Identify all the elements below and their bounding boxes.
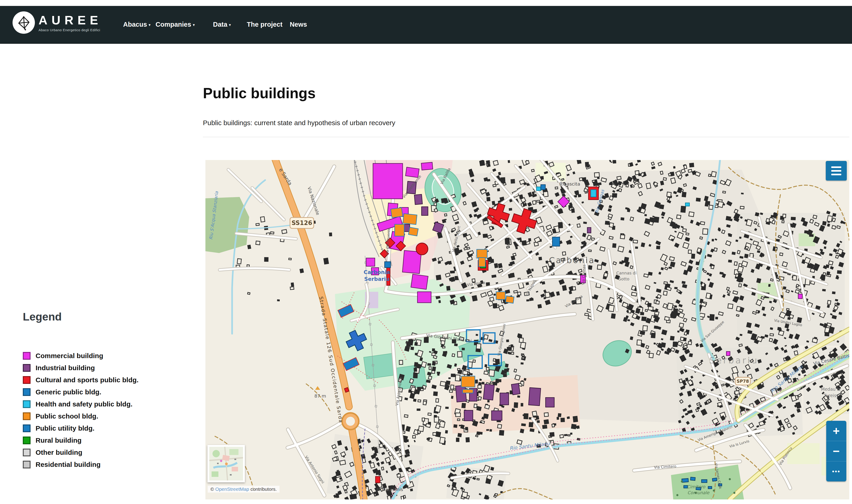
- zoom-in-button[interactable]: +: [826, 421, 846, 441]
- brand-tagline: Abaco Urbano Energetico degli Edifici: [38, 28, 102, 32]
- legend-label: Commercial building: [36, 352, 103, 360]
- legend: Legend Commercial buildingIndustrial bui…: [23, 310, 62, 350]
- map-canvas[interactable]: e SardaVia NazionaleStrada Statale 126 S…: [205, 160, 849, 500]
- legend-item: Other building: [23, 446, 139, 458]
- legend-item: Health and safety public bldg.: [23, 398, 139, 410]
- chevron-down-icon: ▾: [193, 23, 195, 27]
- road-badge: SS126: [292, 219, 312, 226]
- chevron-down-icon: ▾: [229, 23, 231, 27]
- more-options-button[interactable]: •••: [826, 461, 846, 482]
- legend-swatch: [23, 376, 31, 384]
- legend-label: Industrial building: [36, 364, 95, 372]
- legend-label: Rural building: [36, 436, 81, 444]
- map-label: Is Maccionis: [377, 487, 403, 492]
- legend-label: Other building: [36, 449, 82, 456]
- map-label: Cimitero: [687, 484, 706, 489]
- legend-swatch: [23, 364, 31, 372]
- nav-menu: Abacus▾Companies▾Data▾The projectNews: [123, 6, 307, 43]
- legend-item: Residential building: [23, 458, 139, 470]
- menu-icon: [831, 166, 841, 168]
- legend-label: Cultural and sports public bldg.: [36, 376, 139, 384]
- legend-item: Industrial building: [23, 362, 139, 374]
- legend-item: Commercial building: [23, 350, 139, 362]
- legend-item: Public school bldg.: [23, 410, 139, 422]
- openstreetmap-link[interactable]: OpenStreetMap: [215, 486, 249, 492]
- brand[interactable]: AUREE Abaco Urbano Energetico degli Edif…: [13, 8, 102, 34]
- map-label: Cannas di: [616, 271, 637, 275]
- legend-label: Public school bldg.: [36, 412, 98, 420]
- brand-name: AUREE: [38, 14, 102, 26]
- legend-items: Commercial buildingIndustrial buildingCu…: [23, 350, 139, 470]
- legend-swatch: [23, 461, 31, 468]
- legend-item: Generic public bldg.: [23, 386, 139, 398]
- nav-item-news[interactable]: News: [290, 21, 307, 28]
- divider: [203, 137, 849, 137]
- map-label: Medau Is: [821, 386, 840, 392]
- map-label: Sotto: [618, 276, 630, 281]
- map-label: Carbonia: [364, 269, 390, 275]
- legend-swatch: [23, 449, 31, 456]
- elevation-label: 87 m: [314, 393, 326, 399]
- navbar: AUREE Abaco Urbano Energetico degli Edif…: [0, 6, 852, 44]
- minimap-image: [209, 447, 243, 481]
- road-badge: SP78: [737, 379, 749, 384]
- legend-swatch: [23, 400, 31, 408]
- legend-item: Rural building: [23, 434, 139, 446]
- page-title: Public buildings: [203, 85, 315, 102]
- chevron-down-icon: ▾: [149, 23, 151, 27]
- legend-title: Legend: [23, 310, 62, 323]
- overview-minimap[interactable]: [207, 445, 245, 482]
- map-label: Rinascita: [559, 181, 580, 187]
- map-label: Serbariu: [364, 276, 389, 282]
- zoom-out-button[interactable]: −: [826, 441, 846, 461]
- nav-item-abacus[interactable]: Abacus▾: [123, 21, 150, 28]
- legend-label: Public utility bldg.: [36, 425, 94, 432]
- logo-kite-icon: [16, 15, 32, 31]
- map-label: Comunale: [687, 490, 709, 495]
- map-attribution: © OpenStreetMap contributors.: [208, 486, 279, 492]
- map-label: Serbariu: [709, 355, 759, 365]
- basemap: e SardaVia NazionaleStrada Statale 126 S…: [205, 160, 849, 500]
- nav-item-the-project[interactable]: The project: [247, 21, 283, 28]
- auree-logo-icon: [13, 12, 35, 34]
- layers-menu-button[interactable]: [826, 161, 847, 181]
- nav-item-companies[interactable]: Companies▾: [156, 21, 195, 28]
- zoom-controls: + − •••: [826, 421, 846, 482]
- legend-swatch: [23, 436, 31, 444]
- legend-swatch: [23, 388, 31, 396]
- legend-label: Residential building: [36, 461, 101, 468]
- legend-swatch: [23, 352, 31, 360]
- page-subtitle: Public buildings: current state and hypo…: [203, 119, 395, 127]
- map-label: Carbonia: [549, 255, 595, 265]
- legend-item: Cultural and sports public bldg.: [23, 374, 139, 386]
- legend-item: Public utility bldg.: [23, 422, 139, 434]
- legend-label: Health and safety public bldg.: [36, 400, 132, 408]
- nav-item-data[interactable]: Data▾: [213, 21, 231, 28]
- legend-swatch: [23, 412, 31, 420]
- legend-swatch: [23, 425, 31, 432]
- legend-label: Generic public bldg.: [36, 388, 101, 396]
- map-label: Tureis: [823, 393, 836, 398]
